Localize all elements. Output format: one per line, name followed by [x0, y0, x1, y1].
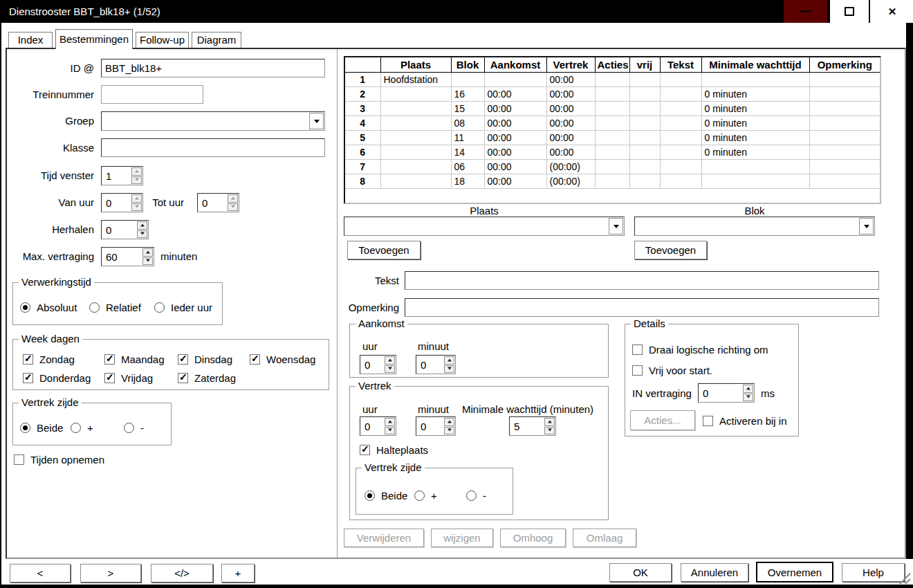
checkbox-activeren-bij-in[interactable]: Activeren bij in	[703, 415, 787, 427]
acties-button[interactable]: Acties...	[630, 410, 695, 430]
aankomst-uur-input[interactable]	[360, 356, 384, 374]
nav-next-button[interactable]: >	[80, 564, 141, 582]
van-uur-input[interactable]	[102, 194, 131, 212]
table-row[interactable]: 70600:00(00:00)	[345, 160, 880, 174]
tot-uur-input[interactable]	[198, 194, 227, 212]
table-row[interactable]: 81800:00(00:00)	[345, 174, 880, 189]
checkbox-tijden-opnemen[interactable]: Tijden opnemen	[14, 454, 104, 466]
aankomst-minuut-spinner[interactable]	[416, 355, 456, 374]
herhalen-spinner[interactable]	[101, 220, 149, 239]
verwijderen-button[interactable]: Verwijderen	[344, 529, 424, 547]
groep-dropdown-button[interactable]	[309, 113, 324, 129]
spinner-up-icon[interactable]	[444, 356, 454, 365]
tot-uur-spinner[interactable]	[197, 193, 239, 212]
vertrek-wachttijd-input[interactable]	[510, 417, 544, 435]
table-row[interactable]: 21600:0000:000 minuten	[345, 87, 880, 102]
in-vertraging-spinner[interactable]	[698, 383, 755, 403]
max-vertraging-input[interactable]	[102, 248, 142, 266]
spinner-down-icon[interactable]	[131, 176, 142, 185]
tab-bestemmingen[interactable]: Bestemmingen	[55, 29, 133, 49]
treinnummer-input[interactable]	[101, 85, 203, 104]
aankomst-uur-spinner[interactable]	[360, 355, 396, 374]
tab-follow-up[interactable]: Follow-up	[136, 32, 189, 48]
plaats-dropdown-button[interactable]	[609, 218, 623, 235]
radio-beide[interactable]: Beide	[20, 422, 63, 434]
overnemen-button[interactable]: Overnemen	[756, 562, 833, 582]
spinner-up-icon[interactable]	[743, 385, 753, 393]
radio-minus[interactable]: -	[124, 422, 144, 434]
checkbox-zondag[interactable]: Zondag	[23, 353, 75, 365]
checkbox-maandag[interactable]: Maandag	[104, 353, 165, 365]
opmerking-input[interactable]	[405, 298, 879, 317]
checkbox-zaterdag[interactable]: Zaterdag	[178, 372, 236, 384]
spinner-up-icon[interactable]	[385, 418, 395, 426]
in-vertraging-input[interactable]	[699, 384, 742, 402]
minimize-button[interactable]	[784, 0, 827, 23]
vertrek-wachttijd-spinner[interactable]	[509, 416, 556, 436]
blok-dropdown-button[interactable]	[859, 218, 874, 235]
spinner-up-icon[interactable]	[228, 194, 238, 203]
checkbox-vrij-voor-start[interactable]: Vrij voor start.	[632, 365, 712, 376]
spinner-down-icon[interactable]	[385, 427, 395, 435]
tab-diagram[interactable]: Diagram	[192, 32, 241, 48]
toevoegen-blok-button[interactable]: Toevoegen	[634, 241, 707, 259]
groep-combobox[interactable]	[101, 111, 325, 131]
annuleren-button[interactable]: Annuleren	[681, 563, 748, 582]
spinner-down-icon[interactable]	[444, 427, 454, 435]
radio-plus-vertrek[interactable]: +	[414, 490, 437, 502]
herhalen-input[interactable]	[102, 221, 136, 239]
radio-absoluut[interactable]: Absoluut	[20, 302, 77, 313]
omlaag-button[interactable]: Omlaag	[573, 529, 636, 547]
spinner-down-icon[interactable]	[228, 203, 238, 212]
spinner-up-icon[interactable]	[142, 248, 153, 257]
spinner-down-icon[interactable]	[743, 394, 753, 402]
maximize-button[interactable]	[829, 0, 869, 23]
max-vertraging-spinner[interactable]	[101, 247, 154, 266]
klasse-input[interactable]	[101, 138, 325, 157]
checkbox-draai-richting[interactable]: Draai logische richting om	[632, 344, 768, 356]
ok-button[interactable]: OK	[609, 563, 672, 582]
table-row[interactable]: 1Hoofdstation00:00	[345, 73, 880, 87]
spinner-down-icon[interactable]	[142, 257, 153, 266]
wijzigen-button[interactable]: wijzigen	[431, 529, 493, 547]
close-button[interactable]: ✕	[869, 0, 913, 23]
spinner-up-icon[interactable]	[131, 167, 142, 176]
checkbox-vrijdag[interactable]: Vrijdag	[104, 372, 153, 384]
checkbox-donderdag[interactable]: Donderdag	[23, 372, 91, 384]
checkbox-halteplaats[interactable]: Halteplaats	[360, 444, 428, 456]
tijd-venster-spinner[interactable]	[101, 166, 143, 185]
tab-index[interactable]: Index	[8, 32, 53, 48]
table-row[interactable]: 40800:0000:000 minuten	[345, 116, 880, 131]
table-row[interactable]: 51100:0000:000 minuten	[345, 131, 880, 145]
spinner-down-icon[interactable]	[137, 230, 147, 239]
nav-prev-button[interactable]: <	[10, 564, 71, 582]
checkbox-woensdag[interactable]: Woensdag	[250, 353, 315, 365]
nav-code-button[interactable]: </>	[151, 564, 213, 582]
tijd-venster-input[interactable]	[102, 167, 131, 185]
radio-relatief[interactable]: Relatief	[89, 302, 141, 313]
spinner-up-icon[interactable]	[137, 221, 147, 230]
spinner-up-icon[interactable]	[444, 418, 454, 426]
radio-beide-vertrek[interactable]: Beide	[365, 490, 407, 502]
nav-add-button[interactable]: +	[221, 564, 255, 582]
spinner-down-icon[interactable]	[544, 427, 555, 435]
tekst-input[interactable]	[405, 271, 879, 290]
vertrek-minuut-input[interactable]	[416, 417, 443, 435]
plaats-combobox[interactable]	[344, 217, 625, 236]
vertrek-uur-input[interactable]	[360, 417, 384, 435]
blok-combobox[interactable]	[634, 217, 875, 236]
spinner-down-icon[interactable]	[385, 365, 395, 374]
spinner-up-icon[interactable]	[385, 356, 395, 365]
vertrek-uur-spinner[interactable]	[360, 416, 396, 436]
omhoog-button[interactable]: Omhoog	[500, 529, 566, 547]
radio-plus[interactable]: +	[71, 422, 93, 434]
spinner-down-icon[interactable]	[444, 365, 454, 374]
id-input[interactable]	[101, 59, 325, 77]
vertrek-minuut-spinner[interactable]	[416, 416, 456, 436]
radio-minus-vertrek[interactable]: -	[466, 490, 486, 502]
table-row[interactable]: 31500:0000:000 minuten	[345, 102, 880, 116]
spinner-up-icon[interactable]	[544, 418, 555, 426]
radio-ieder-uur[interactable]: Ieder uur	[154, 302, 212, 313]
toevoegen-plaats-button[interactable]: Toevoegen	[347, 241, 421, 259]
aankomst-minuut-input[interactable]	[416, 356, 443, 374]
